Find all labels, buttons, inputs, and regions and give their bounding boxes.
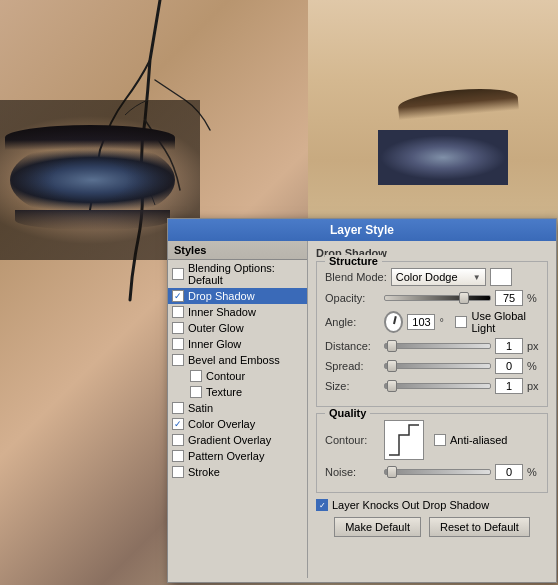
contour-svg (385, 421, 423, 459)
use-global-light-label[interactable]: Use Global Light (455, 310, 539, 334)
opacity-slider-thumb[interactable] (459, 292, 469, 304)
blend-mode-value: Color Dodge (396, 271, 458, 283)
global-light-checkbox[interactable] (455, 316, 467, 328)
noise-input[interactable] (495, 464, 523, 480)
make-default-button[interactable]: Make Default (334, 517, 421, 537)
pattern-overlay-checkbox[interactable] (172, 450, 184, 462)
opacity-row: Opacity: % (325, 290, 539, 306)
stroke-label: Stroke (188, 466, 220, 478)
blend-mode-dropdown[interactable]: Color Dodge ▼ (391, 268, 486, 286)
svg-rect-0 (385, 421, 423, 459)
spread-slider-thumb[interactable] (387, 360, 397, 372)
layer-knocks-text: Layer Knocks Out Drop Shadow (332, 499, 489, 511)
sidebar-item-drop-shadow[interactable]: ✓ Drop Shadow (168, 288, 307, 304)
quality-group: Quality Contour: Anti-aliased (316, 413, 548, 493)
layer-knocks-checkbox[interactable]: ✓ (316, 499, 328, 511)
size-slider-track[interactable] (384, 383, 491, 389)
stroke-checkbox[interactable] (172, 466, 184, 478)
opacity-slider-track[interactable] (384, 295, 491, 301)
gradient-overlay-checkbox[interactable] (172, 434, 184, 446)
angle-degree: ° (439, 316, 451, 328)
drop-shadow-label: Drop Shadow (188, 290, 255, 302)
sidebar-item-stroke[interactable]: Stroke (168, 464, 307, 480)
dropdown-arrow-icon: ▼ (473, 273, 481, 282)
sidebar-item-inner-shadow[interactable]: Inner Shadow (168, 304, 307, 320)
check-icon: ✓ (174, 292, 182, 301)
opacity-input[interactable] (495, 290, 523, 306)
size-slider-thumb[interactable] (387, 380, 397, 392)
sidebar-item-bevel-emboss[interactable]: Bevel and Emboss (168, 352, 307, 368)
bevel-emboss-checkbox[interactable] (172, 354, 184, 366)
distance-label: Distance: (325, 340, 380, 352)
noise-slider-track[interactable] (384, 469, 491, 475)
spread-slider-container (384, 363, 491, 369)
distance-slider-track[interactable] (384, 343, 491, 349)
size-unit: px (527, 380, 539, 392)
opacity-unit: % (527, 292, 539, 304)
inner-glow-label: Inner Glow (188, 338, 241, 350)
angle-label: Angle: (325, 316, 380, 328)
inner-glow-checkbox[interactable] (172, 338, 184, 350)
angle-input[interactable] (407, 314, 435, 330)
gradient-overlay-label: Gradient Overlay (188, 434, 271, 446)
distance-slider-container (384, 343, 491, 349)
distance-row: Distance: px (325, 338, 539, 354)
check-icon-blue: ✓ (319, 501, 326, 510)
sidebar-item-satin[interactable]: Satin (168, 400, 307, 416)
styles-header: Styles (168, 241, 307, 260)
inner-shadow-checkbox[interactable] (172, 306, 184, 318)
satin-label: Satin (188, 402, 213, 414)
spread-label: Spread: (325, 360, 380, 372)
texture-checkbox[interactable] (190, 386, 202, 398)
sidebar-item-blending[interactable]: Blending Options: Default (168, 260, 307, 288)
sidebar-item-outer-glow[interactable]: Outer Glow (168, 320, 307, 336)
noise-unit: % (527, 466, 539, 478)
contour-checkbox[interactable] (190, 370, 202, 382)
drop-shadow-checkbox[interactable]: ✓ (172, 290, 184, 302)
sidebar-item-inner-glow[interactable]: Inner Glow (168, 336, 307, 352)
distance-unit: px (527, 340, 539, 352)
size-row: Size: px (325, 378, 539, 394)
dialog-titlebar: Layer Style (168, 219, 556, 241)
layer-knocks-row: ✓ Layer Knocks Out Drop Shadow (316, 499, 548, 511)
blending-checkbox[interactable] (172, 268, 184, 280)
opacity-slider-container (384, 295, 491, 301)
options-panel: Drop Shadow Structure Blend Mode: Color … (308, 241, 556, 578)
outer-glow-checkbox[interactable] (172, 322, 184, 334)
blending-label: Blending Options: Default (188, 262, 301, 286)
satin-checkbox[interactable] (172, 402, 184, 414)
sidebar-item-gradient-overlay[interactable]: Gradient Overlay (168, 432, 307, 448)
layer-style-dialog: Layer Style Styles Blending Options: Def… (167, 218, 557, 583)
blend-mode-row: Blend Mode: Color Dodge ▼ (325, 268, 539, 286)
bevel-emboss-label: Bevel and Emboss (188, 354, 280, 366)
sidebar-item-pattern-overlay[interactable]: Pattern Overlay (168, 448, 307, 464)
noise-row: Noise: % (325, 464, 539, 480)
spread-slider-track[interactable] (384, 363, 491, 369)
contour-row: Contour: Anti-aliased (325, 420, 539, 460)
anti-alias-checkbox[interactable] (434, 434, 446, 446)
sidebar-item-contour[interactable]: Contour (168, 368, 307, 384)
styles-panel: Styles Blending Options: Default ✓ Drop … (168, 241, 308, 578)
anti-alias-label[interactable]: Anti-aliased (434, 434, 507, 446)
distance-slider-thumb[interactable] (387, 340, 397, 352)
distance-input[interactable] (495, 338, 523, 354)
blend-mode-label: Blend Mode: (325, 271, 387, 283)
size-input[interactable] (495, 378, 523, 394)
color-overlay-checkbox[interactable]: ✓ (172, 418, 184, 430)
blend-color-swatch[interactable] (490, 268, 512, 286)
contour-label: Contour: (325, 434, 380, 446)
color-overlay-label: Color Overlay (188, 418, 255, 430)
noise-slider-container (384, 469, 491, 475)
sidebar-item-texture[interactable]: Texture (168, 384, 307, 400)
spread-unit: % (527, 360, 539, 372)
reset-to-default-button[interactable]: Reset to Default (429, 517, 530, 537)
sidebar-item-color-overlay[interactable]: ✓ Color Overlay (168, 416, 307, 432)
global-light-text: Use Global Light (471, 310, 539, 334)
contour-preview[interactable] (384, 420, 424, 460)
angle-dial[interactable] (384, 311, 403, 333)
angle-row: Angle: ° Use Global Light (325, 310, 539, 334)
spread-input[interactable] (495, 358, 523, 374)
bottom-buttons: Make Default Reset to Default (316, 517, 548, 537)
opacity-label: Opacity: (325, 292, 380, 304)
noise-slider-thumb[interactable] (387, 466, 397, 478)
